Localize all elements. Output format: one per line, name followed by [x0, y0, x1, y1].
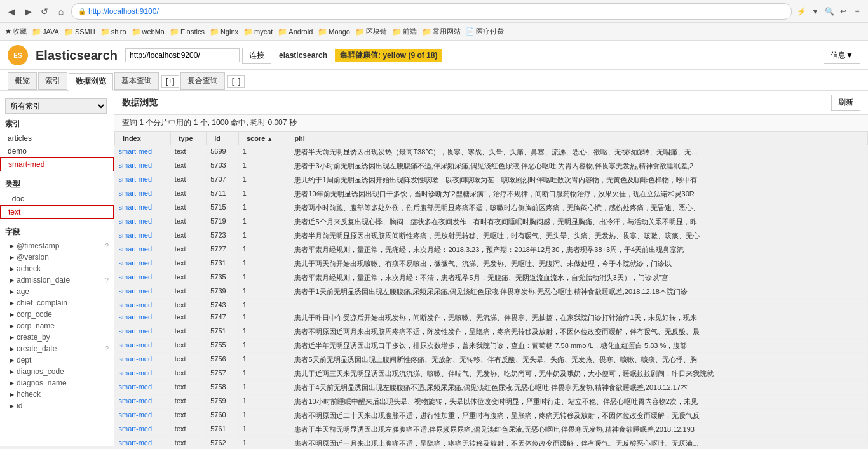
cell-score: 1 — [238, 423, 290, 437]
table-row[interactable]: smart-medtext57601患者不明原因近二十天来出现腹胀不适，进行性加… — [115, 409, 868, 423]
data-refresh-button[interactable]: 刷新 — [831, 95, 860, 111]
bookmark-java[interactable]: 📁 JAVA — [32, 27, 59, 36]
bookmark-websites[interactable]: 📁 常用网站 — [422, 27, 461, 36]
address-bar[interactable]: 🔒 http://localhost:9100/ — [71, 3, 792, 20]
bookmark-elastics[interactable]: 📁 Elastics — [170, 27, 205, 36]
ext-back[interactable]: ↩ — [837, 6, 849, 17]
bookmark-label: Android — [288, 28, 313, 36]
tab-basic-query-plus[interactable]: [+] — [161, 75, 179, 88]
field-corp-code[interactable]: ▶ corp_code — [0, 309, 114, 320]
field-admission-date[interactable]: ▶ admission_date ? — [0, 274, 114, 286]
cell-phi: 患者两小时前跑、腹部等多处外伤，伤后腹部无明显疼痛不适，咳嗽时右侧胸前区疼痛，无… — [290, 201, 868, 215]
bookmark-webma[interactable]: 📁 webMa — [132, 27, 165, 36]
field-id[interactable]: ▶ id — [0, 400, 114, 412]
tab-overview[interactable]: 概览 — [8, 72, 37, 90]
table-row[interactable]: smart-medtext57391患者于1天前无明显诱因出现左腰腹痛,尿频尿尿… — [115, 285, 868, 299]
col-header-id[interactable]: _id — [207, 132, 239, 145]
field-create-date[interactable]: ▶ create_date ? — [0, 343, 114, 354]
col-header-type[interactable]: _type — [170, 132, 206, 145]
bookmarks-bar: ★ 收藏 📁 JAVA 📁 SSMH 📁 shiro 📁 webMa 📁 Ela… — [0, 23, 868, 41]
table-row[interactable]: smart-medtext57031患者于3小时前无明显诱因出现左腰腹痛不适,伴… — [115, 159, 868, 173]
ext-search[interactable]: 🔍 — [824, 6, 835, 17]
table-row[interactable]: smart-medtext57271患者平素月经规则，量正常，无痛经，末次月经：… — [115, 243, 868, 257]
bookmark-ssmh[interactable]: 📁 SSMH — [64, 27, 95, 36]
tab-complex-query[interactable]: 复合查询 — [180, 72, 225, 90]
cell-phi: 患者10小时前睡眠中醒来后出现头晕、视物旋转，头晕以体位改变时明显，严重时行走、… — [290, 395, 868, 409]
tab-data-browser[interactable]: 数据浏览 — [69, 73, 113, 91]
bookmark-star[interactable]: ★ 收藏 — [5, 27, 27, 36]
tab-index[interactable]: 索引 — [38, 72, 67, 90]
bookmark-shiro[interactable]: 📁 shiro — [100, 27, 126, 36]
table-row[interactable]: smart-medtext57571患儿于近两三天来无明显诱因出现流流涕、咳嗽、… — [115, 367, 868, 381]
bookmark-mycat[interactable]: 📁 mycat — [243, 27, 273, 36]
ext-icon-1[interactable]: ⚡ — [796, 6, 807, 17]
bookmark-frontend[interactable]: 📁 前端 — [392, 27, 417, 36]
table-row[interactable]: smart-medtext57311患儿于两天前开始出现咳嗽、有痰不易咳出，微微… — [115, 257, 868, 271]
field-acheck[interactable]: ▶ acheck — [0, 263, 114, 274]
field-age[interactable]: ▶ age — [0, 286, 114, 297]
ext-menu[interactable]: ≡ — [851, 6, 863, 17]
cell-score: 1 — [238, 285, 290, 299]
cell-id: 5761 — [207, 423, 239, 437]
cell-phi: 患者半天前无明显诱因出现发热（最高T38℃），畏寒、寒战、头晕、头痛、鼻塞、流涕… — [290, 145, 868, 159]
field-diagnos-name[interactable]: ▶ diagnos_name — [0, 377, 114, 389]
sidebar-item-doc[interactable]: _doc — [0, 192, 114, 205]
table-row[interactable]: smart-medtext57621患者不明原因近一月来出现上腹痛不适，呈隐痛，… — [115, 437, 868, 446]
table-row[interactable]: smart-medtext57611患者于半天前无明显诱因出现左腰腹痛不适,伴尿… — [115, 423, 868, 437]
field-chief-complain[interactable]: ▶ chief_complain — [0, 297, 114, 309]
col-header-score[interactable]: _score ▲ — [238, 132, 290, 145]
table-row[interactable]: smart-medtext57231患者半月前无明显原因出现脐周间断性疼痛，无放… — [115, 229, 868, 243]
table-row[interactable]: smart-medtext57591患者10小时前睡眠中醒来后出现头晕、视物旋转… — [115, 395, 868, 409]
index-select[interactable]: 所有索引 — [5, 98, 107, 114]
bookmark-medical[interactable]: 📄 医疗付费 — [466, 27, 504, 36]
refresh-button[interactable]: ↺ — [38, 5, 51, 18]
sidebar-item-articles[interactable]: articles — [0, 132, 114, 145]
cell-id: 5707 — [207, 173, 239, 187]
field-version[interactable]: ▶ @version — [0, 251, 114, 263]
table-row[interactable]: smart-medtext57431 — [115, 299, 868, 311]
tab-complex-query-plus[interactable]: [+] — [227, 75, 245, 88]
field-label: chief_complain — [17, 298, 67, 307]
bookmark-nginx[interactable]: 📁 Nginx — [210, 27, 238, 36]
table-row[interactable]: smart-medtext57551患者近半年无明显诱因出现口干多饮，排尿次数增… — [115, 339, 868, 353]
table-row[interactable]: smart-medtext57191患者近5个月来反复出现心悸、胸闷，症状多在夜… — [115, 215, 868, 229]
col-header-index[interactable]: _index — [115, 132, 171, 145]
connect-button[interactable]: 连接 — [242, 48, 271, 64]
cell-score: 1 — [238, 325, 290, 339]
field-timestamp[interactable]: ▶ @timestamp ? — [0, 240, 114, 251]
forward-button[interactable]: ▶ — [22, 5, 34, 18]
table-row[interactable]: smart-medtext56991患者半天前无明显诱因出现发热（最高T38℃）… — [115, 145, 868, 159]
info-button[interactable]: 信息▼ — [824, 48, 860, 64]
triangle-icon: ▶ — [10, 346, 14, 352]
field-dept[interactable]: ▶ dept — [0, 354, 114, 366]
cell-type: text — [170, 409, 206, 423]
table-row[interactable]: smart-medtext57351患者平素月经规则，量正常，末次月经：不清，患… — [115, 271, 868, 285]
ext-icon-2[interactable]: ▼ — [810, 6, 821, 17]
bookmark-android[interactable]: 📁 Android — [278, 27, 313, 36]
cell-type: text — [170, 395, 206, 409]
table-row[interactable]: smart-medtext57581患者于4天前无明显诱因出现左腰腹痛不适,尿频… — [115, 381, 868, 395]
es-url-input[interactable] — [125, 48, 240, 62]
field-hcheck[interactable]: ▶ hcheck — [0, 389, 114, 400]
field-create-by[interactable]: ▶ create_by — [0, 332, 114, 343]
bookmark-blockchain[interactable]: 📁 区块链 — [355, 27, 387, 36]
table-row[interactable]: smart-medtext57151患者两小时前跑、腹部等多处外伤，伤后腹部无明… — [115, 201, 868, 215]
table-row[interactable]: smart-medtext57071患儿约于1周前无明显诱因开始出现阵发性咳嗽，… — [115, 173, 868, 187]
table-row[interactable]: smart-medtext57561患者5天前无明显诱因出现上腹间断性疼痛、无放… — [115, 353, 868, 367]
field-diagnos-code[interactable]: ▶ diagnos_code — [0, 366, 114, 377]
home-button[interactable]: ⌂ — [55, 5, 67, 18]
tab-basic-query[interactable]: 基本查询 — [114, 72, 159, 90]
table-row[interactable]: smart-medtext57511患者不明原因近两月来出现脐周疼痛不适，阵发性… — [115, 325, 868, 339]
table-row[interactable]: smart-medtext57111患者10年前无明显诱因出现口干多饮，当时诊断… — [115, 187, 868, 201]
bookmark-mongo[interactable]: 📁 Mongo — [318, 27, 350, 36]
field-label: create_by — [17, 333, 50, 342]
cell-index: smart-med — [115, 325, 171, 339]
lock-icon: 🔒 — [78, 8, 86, 15]
sidebar-item-demo[interactable]: demo — [0, 145, 114, 157]
back-button[interactable]: ◀ — [5, 5, 18, 18]
sidebar-item-text[interactable]: text — [0, 205, 114, 219]
table-header: _index _type _id _score ▲ phi — [115, 132, 868, 145]
table-row[interactable]: smart-medtext57471患儿于昨日中午受凉后开始出现发热，间断发作，… — [115, 311, 868, 325]
field-corp-name[interactable]: ▶ corp_name — [0, 320, 114, 332]
sidebar-item-smart-med[interactable]: smart-med — [0, 157, 114, 171]
